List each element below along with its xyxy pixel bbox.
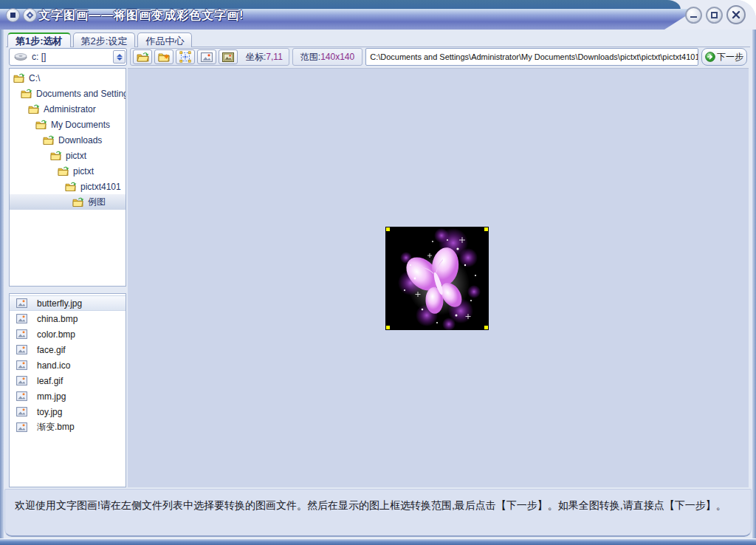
tree-item-label: Administrator [44,104,96,114]
window-title: 文字图画——将图画变成彩色文字画! [38,8,244,24]
selection-marquee-icon[interactable] [176,49,195,64]
folder-icon [72,197,84,207]
image-file-icon [16,391,27,401]
tree-item[interactable]: Administrator [10,101,126,117]
preview-canvas[interactable] [128,68,749,487]
selection-handle-bottom-right[interactable] [484,326,488,329]
window-frame-right [752,30,756,545]
folder-icon [13,73,25,83]
file-name-label: leaf.gif [37,376,63,386]
drive-icon [14,53,27,61]
tree-item-label: My Documents [51,120,110,130]
range-readout: 范围:140x140 [292,48,362,66]
tree-item-label: C:\ [29,73,40,83]
selection-handle-top-right[interactable] [484,227,488,231]
image-icon[interactable] [197,49,216,64]
tree-item-label: pictxt [66,151,86,161]
file-name-label: face.gif [37,345,66,355]
file-name-label: butterfly.jpg [37,298,82,309]
image-file-icon [16,298,27,308]
maximize-icon[interactable] [706,7,723,24]
coords-value: 7,11 [266,52,282,62]
tree-item[interactable]: Documents and Settings [10,86,126,101]
image-file-icon [16,329,27,339]
status-message: 欢迎使用文字图画!请在左侧文件列表中选择要转换的图画文件。然后在显示的图上框选转… [15,499,751,513]
image-file-icon [16,407,27,417]
file-list-item[interactable]: toy.jpg [10,404,126,419]
next-arrow-icon [705,52,715,62]
range-value: 140x140 [320,52,354,62]
drive-dropdown-spinner[interactable] [113,50,126,64]
folder-icon [28,104,40,114]
tab-works-center[interactable]: 作品中心 [137,32,192,47]
tab-step2-settings[interactable]: 第2步:设定 [73,32,136,47]
tree-item[interactable]: 例图 [10,194,126,210]
tree-item-label: 例图 [88,196,106,208]
file-list-item[interactable]: 渐变.bmp [10,419,126,435]
tree-item-label: pictxt4101 [80,182,121,192]
next-label: 下一步 [717,51,743,64]
file-name-label: color.bmp [37,329,75,340]
coordinates-readout: 坐标:7,11 [246,51,283,64]
tree-item-label: pictxt [73,166,94,176]
coords-label: 坐标: [246,52,266,62]
folder-icon [43,135,55,145]
window-controls [685,5,746,24]
diamond-glyph [27,12,34,19]
title-bar: 文字图画——将图画变成彩色文字画! [0,0,756,30]
image-file-icon [16,360,27,370]
image-file-icon [16,376,27,385]
minimize-icon[interactable] [685,7,702,24]
file-list-item[interactable]: color.bmp [10,326,126,342]
file-list-item[interactable]: mm.jpg [10,388,126,404]
status-bar: 欢迎使用文字图画!请在左侧文件列表中选择要转换的图画文件。然后在显示的图上框选转… [4,489,752,537]
folder-tree: C:\ Documents and Settings [9,68,126,287]
file-list-item[interactable]: face.gif [10,342,126,357]
folder-new-icon[interactable] [154,49,173,64]
file-list-item[interactable]: hand.ico [10,357,126,373]
next-step-button[interactable]: 下一步 [701,48,747,66]
open-folder-icon[interactable] [133,49,152,64]
tab-step1-material[interactable]: 第1步:选材 [7,32,71,47]
toolbar: c: [] [9,48,747,66]
rollup-icon[interactable] [23,8,37,22]
folder-icon [65,182,77,191]
tab-strip: 第1步:选材 第2步:设定 作品中心 [7,32,192,47]
drive-value: c: [] [32,52,113,62]
tree-item[interactable]: C:\ [10,70,126,86]
app-window: 文字图画——将图画变成彩色文字画! 第1步:选材 第2步:设定 作品中心 c: … [0,0,756,545]
loaded-image-butterfly[interactable] [385,227,489,330]
close-icon[interactable] [726,5,746,24]
tree-item[interactable]: pictxt4101 [10,179,126,194]
square-glyph [10,13,16,18]
drive-selector[interactable]: c: [] [9,48,127,66]
file-list: butterfly.jpg china.bmp [9,293,126,487]
file-name-label: china.bmp [37,314,78,324]
file-name-label: 渐变.bmp [37,421,75,433]
selection-handle-bottom-left[interactable] [386,326,390,329]
tree-item[interactable]: pictxt [10,148,126,163]
window-frame-bottom [0,538,756,545]
folder-icon [21,89,32,98]
window-frame-left [0,30,4,545]
tree-item[interactable]: My Documents [10,117,126,132]
file-list-item[interactable]: butterfly.jpg [10,295,126,311]
image-file-icon [16,314,27,323]
tree-item-label: Downloads [58,135,102,145]
tree-item[interactable]: pictxt [10,163,126,179]
selection-handle-top-left[interactable] [386,227,390,231]
tree-item-label: Documents and Settings [36,89,126,99]
file-list-item[interactable]: leaf.gif [10,373,126,388]
toolbar-buttons: 坐标:7,11 [130,48,289,66]
range-label: 范围: [300,51,320,64]
tree-item[interactable]: Downloads [10,132,126,148]
image-file-icon [16,422,27,432]
folder-icon [50,151,62,160]
file-name-label: mm.jpg [37,391,66,402]
file-path-field[interactable]: C:\Documents and Settings\Administrator\… [365,48,698,66]
file-list-item[interactable]: china.bmp [10,311,126,326]
image-frame-icon[interactable] [219,49,238,64]
folder-icon [35,120,47,129]
system-menu-icon[interactable] [6,8,20,22]
file-name-label: hand.ico [37,360,70,371]
